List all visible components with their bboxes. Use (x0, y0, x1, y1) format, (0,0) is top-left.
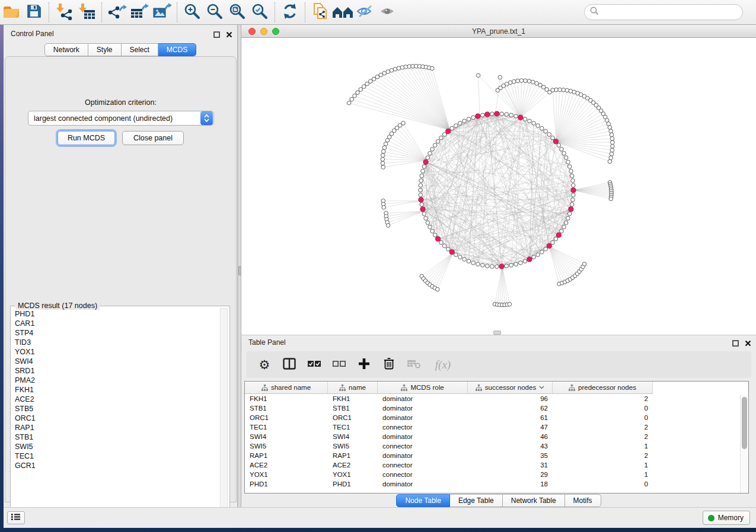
mcds-result-item[interactable]: YOX1 (15, 347, 222, 357)
cell-MCDS-role: dominator (378, 480, 468, 488)
show-all-button[interactable] (377, 2, 399, 23)
search-field[interactable] (584, 4, 743, 20)
mcds-result-item[interactable]: TID3 (15, 338, 222, 347)
column-header-shared-name[interactable]: shared name (245, 382, 328, 393)
column-header-predecessor-nodes[interactable]: predecessor nodes (553, 382, 653, 393)
optimization-criterion-select[interactable]: largest connected component (undirected) (28, 111, 214, 126)
unselect-all-button[interactable] (331, 357, 347, 373)
run-mcds-button[interactable]: Run MCDS (58, 131, 115, 145)
import-network-button[interactable] (53, 2, 75, 23)
cell-name: YOX1 (328, 471, 378, 478)
export-image-button[interactable] (151, 2, 173, 23)
table-row[interactable]: ACE2ACE2connector311 (245, 460, 748, 470)
mcds-result-item[interactable]: SRD1 (15, 366, 222, 376)
zoom-fit-button[interactable] (226, 2, 248, 23)
cell-shared-name: RAP1 (245, 452, 328, 459)
import-table-button[interactable] (75, 2, 98, 23)
tab-motifs[interactable]: Motifs (565, 494, 601, 507)
cell-predecessor-nodes: 2 (553, 433, 653, 440)
cell-shared-name: PHD1 (245, 480, 328, 488)
show-columns-button[interactable] (282, 357, 297, 373)
tab-network[interactable]: Network (44, 43, 88, 56)
column-header-name[interactable]: name (328, 382, 378, 393)
delete-table-icon (407, 359, 421, 371)
network-window-titlebar[interactable]: YPA_prune.txt_1 (241, 25, 756, 38)
mcds-result-item[interactable]: STB1 (15, 432, 222, 442)
scrollbar-thumb[interactable] (742, 397, 747, 449)
tab-style[interactable]: Style (88, 43, 122, 56)
mcds-result-item[interactable]: GCR1 (15, 461, 222, 470)
table-panel: Table Panel ⚙ f(x) shared namenameMCDS r… (241, 335, 756, 507)
cell-name: SWI4 (328, 433, 378, 440)
table-row[interactable]: RAP1RAP1dominator352 (245, 451, 748, 460)
export-network-button[interactable] (106, 2, 128, 23)
mcds-result-item[interactable]: ACE2 (15, 395, 222, 404)
mcds-result-item[interactable]: STB5 (15, 404, 222, 414)
table-tabs: Node TableEdge TableNetwork TableMotifs (241, 494, 756, 507)
table-settings-button[interactable]: ⚙ (257, 357, 272, 373)
control-panel-header: Control Panel (4, 25, 237, 43)
column-header-successor-nodes[interactable]: successor nodes (468, 382, 553, 393)
gear-icon: ⚙ (259, 358, 270, 371)
zoom-in-button[interactable] (181, 2, 203, 23)
table-row[interactable]: PHD1PHD1dominator180 (245, 479, 748, 489)
float-panel-icon[interactable] (732, 338, 739, 349)
tab-edge-table[interactable]: Edge Table (450, 494, 503, 507)
tab-network-table[interactable]: Network Table (503, 494, 565, 507)
import-network-icon (55, 2, 74, 23)
save-session-button[interactable] (23, 2, 45, 23)
cell-shared-name: ORC1 (245, 414, 328, 421)
mcds-result-item[interactable]: PHD1 (15, 309, 222, 319)
toolbar-separator (49, 2, 49, 23)
mcds-result-item[interactable]: ORC1 (15, 414, 222, 423)
zoom-out-button[interactable] (203, 2, 226, 23)
select-all-button[interactable] (307, 357, 322, 373)
table-row[interactable]: SWI4SWI4dominator462 (245, 432, 748, 441)
close-panel-icon[interactable] (745, 338, 751, 349)
mcds-result-item[interactable]: SWI5 (15, 442, 222, 451)
mcds-result-item[interactable]: CAR1 (15, 319, 222, 328)
search-input[interactable] (602, 8, 742, 17)
mcds-result-item[interactable]: FKH1 (15, 385, 222, 395)
table-row[interactable]: TEC1TEC1connector472 (245, 422, 748, 432)
mcds-result-scrollbar[interactable] (220, 308, 228, 524)
mcds-result-item[interactable]: STP4 (15, 328, 222, 338)
mcds-result-item[interactable]: SWI4 (15, 357, 222, 366)
refresh-layout-button[interactable] (279, 2, 301, 23)
tab-select[interactable]: Select (122, 43, 158, 56)
table-row[interactable]: STB1STB1dominator620 (245, 403, 748, 413)
delete-columns-button[interactable] (381, 357, 397, 373)
table-row[interactable]: SWI5SWI5connector431 (245, 441, 748, 451)
network-graph[interactable] (241, 38, 756, 335)
memory-button[interactable]: Memory (703, 511, 750, 525)
column-header-MCDS-role[interactable]: MCDS role (378, 382, 468, 393)
first-neighbors-button[interactable] (331, 2, 354, 23)
canvas-splitter-grip[interactable] (493, 331, 501, 335)
network-canvas[interactable] (241, 38, 756, 335)
zoom-selected-button[interactable] (248, 2, 271, 23)
mcds-result-item[interactable]: TEC1 (15, 451, 222, 461)
float-panel-icon[interactable] (213, 30, 220, 40)
function-icon: f(x) (435, 358, 451, 371)
zoom-out-icon (206, 2, 224, 23)
mcds-result-list[interactable]: PHD1CAR1STP4TID3YOX1SWI4SRD1PMA2FKH1ACE2… (11, 309, 222, 523)
mcds-result-item[interactable]: PMA2 (15, 376, 222, 385)
export-network-icon (107, 2, 127, 23)
mcds-result-item[interactable]: RAP1 (15, 423, 222, 432)
open-session-button[interactable] (0, 2, 23, 23)
table-row[interactable]: ORC1ORC1dominator610 (245, 413, 748, 422)
export-image-icon (152, 2, 172, 23)
node-table[interactable]: shared namenameMCDS rolesuccessor nodesp… (244, 381, 749, 493)
network-files-button[interactable] (309, 2, 331, 23)
table-scrollbar[interactable] (740, 395, 748, 493)
tab-mcds[interactable]: MCDS (158, 43, 196, 56)
table-row[interactable]: YOX1YOX1connector291 (245, 470, 748, 479)
close-panel-button[interactable]: Close panel (122, 131, 184, 145)
export-table-button[interactable] (128, 2, 151, 23)
close-panel-icon[interactable] (226, 30, 232, 40)
hide-selected-button[interactable] (354, 2, 377, 23)
tab-node-table[interactable]: Node Table (396, 494, 450, 507)
table-row[interactable]: FKH1FKH1dominator962 (245, 394, 748, 403)
create-column-button[interactable] (356, 357, 372, 373)
task-history-button[interactable] (7, 511, 25, 524)
